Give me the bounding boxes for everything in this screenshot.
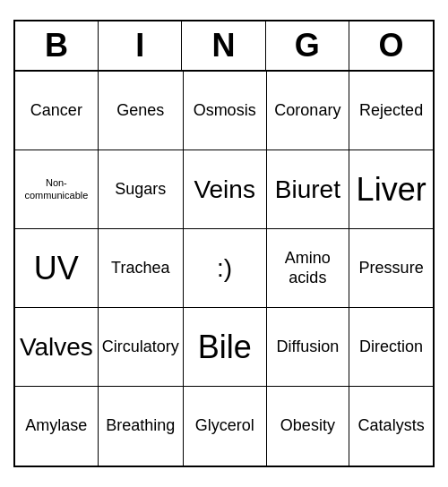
- cell-label: Coronary: [274, 101, 340, 121]
- cell-label: Biuret: [275, 175, 340, 205]
- cell-r4-c3[interactable]: Obesity: [267, 387, 350, 466]
- cell-r2-c1[interactable]: Trachea: [99, 229, 184, 308]
- cell-r4-c0[interactable]: Amylase: [15, 387, 99, 466]
- cell-label: Genes: [116, 101, 164, 121]
- cell-r0-c4[interactable]: Rejected: [349, 72, 433, 150]
- header-letter: B: [15, 21, 99, 70]
- cell-r1-c4[interactable]: Liver: [349, 150, 433, 229]
- cell-r2-c0[interactable]: UV: [15, 229, 99, 308]
- cell-r0-c0[interactable]: Cancer: [15, 72, 99, 150]
- cell-label: Non-communicable: [19, 177, 94, 201]
- cell-label: Osmosis: [194, 101, 256, 121]
- cell-label: :): [217, 253, 232, 284]
- bingo-grid: CancerGenesOsmosisCoronaryRejectedNon-co…: [15, 72, 433, 466]
- cell-label: Valves: [20, 332, 93, 363]
- header-letter: G: [266, 21, 349, 70]
- bingo-header: BINGO: [15, 21, 433, 72]
- cell-label: Liver: [357, 170, 426, 209]
- cell-label: Cancer: [30, 101, 82, 121]
- cell-r1-c0[interactable]: Non-communicable: [15, 150, 99, 229]
- cell-label: Glycerol: [195, 416, 254, 436]
- cell-label: Sugars: [115, 180, 166, 200]
- cell-r3-c3[interactable]: Diffusion: [267, 308, 350, 387]
- cell-label: UV: [34, 249, 79, 287]
- cell-r4-c1[interactable]: Breathing: [99, 387, 184, 466]
- cell-label: Trachea: [111, 259, 169, 278]
- cell-r0-c1[interactable]: Genes: [99, 72, 184, 150]
- cell-label: Diffusion: [277, 337, 340, 357]
- cell-label: Bile: [198, 328, 252, 366]
- cell-r1-c2[interactable]: Veins: [184, 150, 267, 229]
- cell-r4-c2[interactable]: Glycerol: [184, 387, 267, 466]
- cell-label: Amylase: [25, 416, 87, 436]
- header-letter: I: [99, 21, 182, 70]
- cell-label: Obesity: [280, 416, 335, 436]
- cell-label: Veins: [194, 175, 255, 205]
- cell-r0-c2[interactable]: Osmosis: [184, 72, 267, 150]
- cell-r1-c3[interactable]: Biuret: [267, 150, 350, 229]
- cell-r2-c4[interactable]: Pressure: [349, 229, 433, 308]
- cell-label: Pressure: [359, 259, 424, 278]
- cell-label: Amino acids: [271, 249, 346, 287]
- cell-label: Direction: [359, 337, 423, 357]
- cell-r2-c3[interactable]: Amino acids: [267, 229, 350, 308]
- cell-label: Rejected: [359, 101, 423, 121]
- header-letter: O: [349, 21, 433, 70]
- cell-label: Catalysts: [358, 416, 425, 436]
- cell-r4-c4[interactable]: Catalysts: [349, 387, 433, 466]
- header-letter: N: [182, 21, 265, 70]
- cell-r3-c4[interactable]: Direction: [349, 308, 433, 387]
- cell-r3-c0[interactable]: Valves: [15, 308, 99, 387]
- cell-r1-c1[interactable]: Sugars: [99, 150, 184, 229]
- bingo-card: BINGO CancerGenesOsmosisCoronaryRejected…: [13, 20, 435, 467]
- cell-label: Circulatory: [102, 337, 179, 357]
- cell-r3-c1[interactable]: Circulatory: [99, 308, 184, 387]
- cell-label: Breathing: [106, 416, 175, 436]
- cell-r0-c3[interactable]: Coronary: [267, 72, 350, 150]
- cell-r2-c2[interactable]: :): [184, 229, 267, 308]
- cell-r3-c2[interactable]: Bile: [184, 308, 267, 387]
